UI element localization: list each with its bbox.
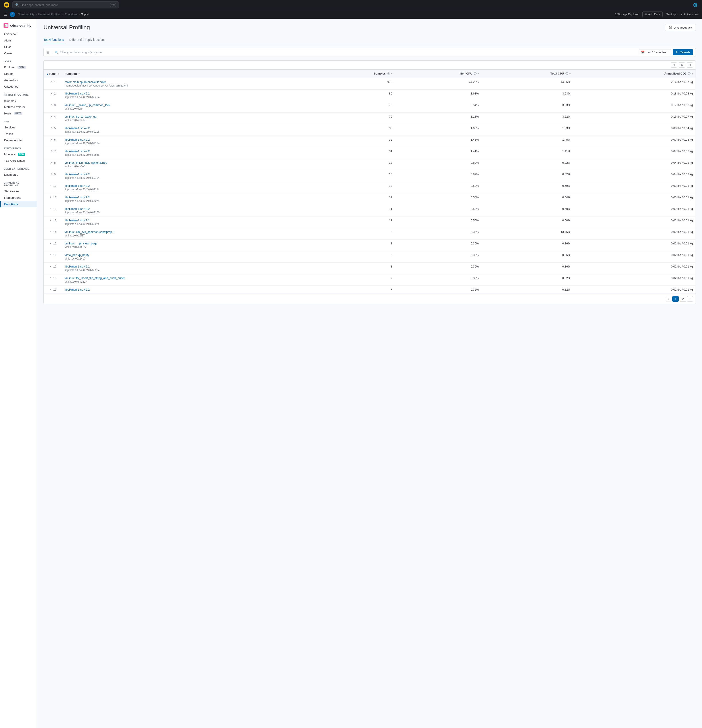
expand-row-icon[interactable]: ↗ <box>49 242 52 245</box>
sort-fields-button[interactable]: ⇅ <box>679 62 685 68</box>
function-link[interactable]: libpixman-1.so.42.2 <box>65 265 90 268</box>
sidebar-section-infrastructure: Infrastructure <box>0 90 37 97</box>
sidebar-item-stacktraces[interactable]: Stacktraces <box>0 188 37 195</box>
expand-row-icon[interactable]: ↗ <box>50 103 53 107</box>
density-toggle-button[interactable]: ⊟ <box>671 62 677 68</box>
function-link[interactable]: libpixman-1.so.42.2 <box>65 207 90 211</box>
breadcrumb-topn[interactable]: Top N <box>81 13 88 16</box>
sidebar-item-traces[interactable]: Traces <box>0 131 37 137</box>
sidebar-item-hosts[interactable]: Hosts BETA <box>0 110 37 117</box>
page-2-button[interactable]: 2 <box>680 296 686 302</box>
function-col-arrow: ▾ <box>78 73 79 75</box>
sidebar-item-dashboard[interactable]: Dashboard <box>0 172 37 178</box>
function-link[interactable]: libpixman-1.so.42.2 <box>65 184 90 188</box>
sidebar-item-flamegraphs[interactable]: Flamegraphs <box>0 195 37 201</box>
expand-row-icon[interactable]: ↗ <box>49 253 52 257</box>
kql-filter-input[interactable] <box>60 51 637 54</box>
function-link[interactable]: vmlinux: try_to_wake_up <box>65 115 97 118</box>
sidebar-item-services[interactable]: Services <box>0 124 37 131</box>
expand-row-icon[interactable]: ↗ <box>49 219 52 222</box>
function-link[interactable]: libpixman-1.so.42.2 <box>65 126 90 130</box>
expand-row-icon[interactable]: ↗ <box>50 80 53 84</box>
col-header-function[interactable]: Function ▾ <box>62 70 309 78</box>
sidebar-item-overview[interactable]: Overview <box>0 31 37 37</box>
next-page-button[interactable]: › <box>687 296 693 302</box>
sidebar-label-metrics-explorer: Metrics Explorer <box>4 105 25 109</box>
time-picker[interactable]: 📅 Last 15 minutes ▾ <box>639 49 671 55</box>
sidebar-item-metrics-explorer[interactable]: Metrics Explorer <box>0 104 37 110</box>
expand-row-icon[interactable]: ↗ <box>49 230 52 234</box>
sidebar-item-anomalies[interactable]: Anomalies <box>0 77 37 84</box>
function-link[interactable]: libpixman-1.so.42.2 <box>65 173 90 176</box>
prev-page-button[interactable]: ‹ <box>666 296 672 302</box>
col-header-total-cpu[interactable]: Total CPU ⓘ ▾ <box>481 70 573 78</box>
expand-row-icon[interactable]: ↗ <box>50 161 53 165</box>
expand-row-icon[interactable]: ↗ <box>49 288 52 291</box>
add-data-button[interactable]: ⊕ Add Data <box>642 12 663 17</box>
elastic-logo[interactable] <box>4 2 10 8</box>
breadcrumb-observability[interactable]: Observability <box>18 13 35 16</box>
feedback-button[interactable]: 💬 Give feedback <box>665 24 696 31</box>
function-link[interactable]: libpixman-1.so.42.2 <box>65 219 90 222</box>
sidebar-item-alerts[interactable]: Alerts <box>0 37 37 44</box>
breadcrumb-universal-profiling[interactable]: Universal Profiling <box>38 13 61 16</box>
sidebar-item-tls-certificates[interactable]: TLS Certificates <box>0 157 37 164</box>
sidebar-item-cases[interactable]: Cases <box>0 50 37 56</box>
expand-row-icon[interactable]: ↗ <box>49 265 52 268</box>
function-subtitle: libpixman-1.so.42.2+0x65274 <box>65 199 307 202</box>
expand-row-icon[interactable]: ↗ <box>50 150 53 153</box>
sidebar-item-explorer[interactable]: Explorer BETA <box>0 64 37 71</box>
function-link[interactable]: vmlinux: el0_svc_common.constprop.0 <box>65 230 114 234</box>
settings-link[interactable]: Settings <box>666 13 676 16</box>
sidebar-item-categories[interactable]: Categories <box>0 84 37 90</box>
col-header-self-cpu[interactable]: Self CPU ⓘ ▾ <box>395 70 481 78</box>
expand-row-icon[interactable]: ↗ <box>49 184 52 188</box>
ai-assistant-link[interactable]: ✦ AI Assistant <box>680 13 698 16</box>
sidebar-item-monitors[interactable]: Monitors NEW <box>0 151 37 157</box>
help-icon[interactable]: 🌐 <box>692 2 698 8</box>
col-header-samples[interactable]: Samples ⓘ ▾ <box>309 70 395 78</box>
search-input[interactable] <box>20 3 108 7</box>
filter-icon[interactable]: ⊟ <box>46 50 49 54</box>
page-1-button[interactable]: 1 <box>672 296 679 302</box>
function-link[interactable]: libpixman-1.so.42.2 <box>65 138 90 141</box>
storage-explorer-link[interactable]: β Storage Explorer <box>615 13 639 16</box>
breadcrumb-functions[interactable]: Functions <box>65 13 77 16</box>
function-subtitle: libpixman-1.so.42.2+0x68e64 <box>65 95 307 99</box>
expand-row-icon[interactable]: ↗ <box>49 207 52 211</box>
expand-row-icon[interactable]: ↗ <box>50 138 53 141</box>
function-link[interactable]: libpixman-1.so.42.2 <box>65 150 90 153</box>
sidebar-item-slos[interactable]: SLOs <box>0 44 37 50</box>
sidebar-item-dependencies[interactable]: Dependencies <box>0 137 37 143</box>
table-row: ↗ 19 libpixman-1.so.42.2 7 0.32% 0.32% 0… <box>44 286 696 294</box>
hamburger-menu[interactable]: ☰ <box>4 12 7 17</box>
expand-row-icon[interactable]: ↗ <box>49 276 52 280</box>
columns-button[interactable]: ⊞ <box>687 62 693 68</box>
function-link[interactable]: vmlinux: tty_insert_flip_string_and_push… <box>65 276 125 280</box>
function-link[interactable]: libpixman-1.so.42.2 <box>65 196 90 199</box>
total-cpu-cell: 13.75% <box>481 228 573 240</box>
expand-row-icon[interactable]: ↗ <box>49 196 52 199</box>
refresh-button[interactable]: ↻ Refresh <box>673 49 693 55</box>
expand-row-icon[interactable]: ↗ <box>50 115 53 118</box>
expand-row-icon[interactable]: ↗ <box>50 92 53 95</box>
tab-differential-topn[interactable]: Differential TopN functions <box>69 36 105 44</box>
rank-cell: ↗ 1 <box>44 78 62 90</box>
expand-row-icon[interactable]: ↗ <box>50 126 53 130</box>
sidebar-item-functions[interactable]: Functions <box>0 201 37 207</box>
col-header-rank[interactable]: ▲ Rank ▼ <box>44 70 62 78</box>
function-link[interactable]: vmlinux: __pi_clear_page <box>65 242 97 245</box>
sidebar-item-stream[interactable]: Stream <box>0 71 37 77</box>
function-link[interactable]: libpixman-1.so.42.2 <box>65 288 90 291</box>
function-link[interactable]: virtio_pci: vp_notify <box>65 253 89 257</box>
global-search-bar[interactable]: 🔍 ⌥/ <box>12 1 119 9</box>
function-link[interactable]: libpixman-1.so.42.2 <box>65 92 90 95</box>
col-header-co2[interactable]: Annualized CO2 ⓘ ▾ <box>573 70 696 78</box>
function-link[interactable]: vmlinux: finish_task_switch.isra.0 <box>65 161 107 165</box>
sidebar-item-inventory[interactable]: Inventory <box>0 97 37 104</box>
tab-topn-functions[interactable]: TopN functions <box>43 36 64 44</box>
function-link[interactable]: vmlinux: __wake_up_common_lock <box>65 103 110 107</box>
expand-row-icon[interactable]: ↗ <box>50 173 53 176</box>
function-link[interactable]: main: main.cpuIntensiveHandler <box>65 80 106 84</box>
total-cpu-cell: 3.22% <box>481 113 573 124</box>
